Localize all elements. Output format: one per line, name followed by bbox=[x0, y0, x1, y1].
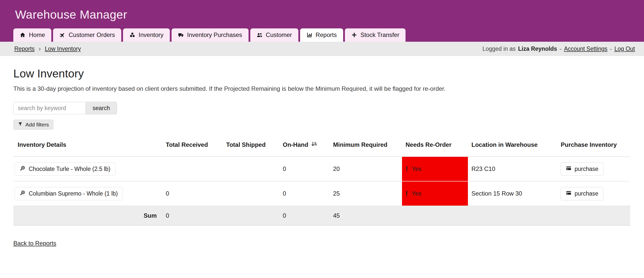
cell-total-shipped bbox=[223, 157, 279, 181]
breadcrumb: Reports › Low Inventory bbox=[14, 45, 81, 53]
tab-label: Inventory Purchases bbox=[187, 31, 242, 38]
tab-label: Customer Orders bbox=[69, 31, 115, 38]
low-inventory-table: Inventory Details Total Received Total S… bbox=[13, 136, 630, 226]
tab-stock-transfer[interactable]: Stock Transfer bbox=[345, 28, 406, 42]
cell-on-hand: 0 bbox=[279, 157, 330, 181]
sum-total-shipped bbox=[223, 206, 279, 225]
add-filters-button[interactable]: Add filters bbox=[13, 120, 53, 130]
home-icon bbox=[20, 32, 26, 38]
separator-dash: - bbox=[610, 45, 612, 52]
chevron-right-icon: › bbox=[39, 45, 41, 53]
sum-label: Sum bbox=[13, 206, 162, 225]
exclamation-icon: ! bbox=[406, 190, 408, 197]
column-header-location[interactable]: Location in Warehouse bbox=[468, 136, 557, 157]
breadcrumb-low-inventory-link[interactable]: Low Inventory bbox=[45, 45, 81, 52]
cell-location: Section 15 Row 30 bbox=[468, 181, 557, 206]
column-header-inventory-details[interactable]: Inventory Details bbox=[13, 136, 162, 157]
page-title: Low Inventory bbox=[13, 67, 631, 80]
tab-customer-orders[interactable]: Customer Orders bbox=[53, 28, 121, 42]
tab-label: Home bbox=[29, 31, 45, 38]
purchase-button[interactable]: purchase bbox=[561, 162, 603, 176]
footer-links: Back to Reports bbox=[13, 240, 631, 247]
sum-row: Sum 0 0 45 bbox=[13, 206, 630, 225]
plus-icon bbox=[351, 32, 357, 38]
bar-chart-icon bbox=[306, 32, 312, 38]
search-plus-icon bbox=[20, 165, 25, 173]
inventory-item-button[interactable]: Columbian Supremo - Whole (1 lb) bbox=[15, 187, 123, 200]
tab-customer[interactable]: Customer bbox=[250, 28, 298, 42]
tab-inventory-purchases[interactable]: Inventory Purchases bbox=[172, 28, 249, 42]
tab-label: Customer bbox=[266, 31, 292, 38]
purchase-button[interactable]: purchase bbox=[561, 187, 603, 200]
sum-minimum-required: 45 bbox=[330, 206, 402, 225]
table-header-row: Inventory Details Total Received Total S… bbox=[13, 136, 630, 157]
needs-reorder-alert-cell: ! Yes bbox=[402, 181, 468, 206]
column-header-needs-reorder[interactable]: Needs Re-Order bbox=[402, 136, 468, 157]
logged-in-prefix: Logged in as bbox=[482, 45, 516, 52]
needs-reorder-value: Yes bbox=[412, 190, 421, 197]
column-header-on-hand[interactable]: On-Hand bbox=[279, 136, 330, 157]
sort-descending-icon bbox=[311, 141, 317, 149]
separator-dash: - bbox=[559, 45, 561, 52]
cell-on-hand: 0 bbox=[279, 181, 330, 206]
cell-total-shipped bbox=[223, 181, 279, 206]
column-header-total-shipped[interactable]: Total Shipped bbox=[223, 136, 279, 157]
column-header-minimum-required[interactable]: Minimum Required bbox=[330, 136, 402, 157]
filter-icon bbox=[18, 122, 23, 128]
cell-minimum-required: 20 bbox=[330, 157, 402, 181]
app-title: Warehouse Manager bbox=[15, 8, 127, 21]
column-header-on-hand-label: On-Hand bbox=[283, 141, 308, 148]
truck-icon bbox=[178, 32, 184, 38]
tab-label: Stock Transfer bbox=[360, 31, 399, 38]
breadcrumb-reports-link[interactable]: Reports bbox=[14, 45, 35, 52]
purchase-label: purchase bbox=[575, 166, 598, 172]
main-nav: Home Customer Orders Inventory Inventory… bbox=[13, 28, 406, 42]
table-row: Columbian Supremo - Whole (1 lb) 0 0 25 … bbox=[13, 181, 630, 206]
search-input[interactable] bbox=[13, 102, 86, 114]
sum-on-hand: 0 bbox=[279, 206, 330, 225]
tab-reports[interactable]: Reports bbox=[300, 28, 343, 42]
tab-label: Inventory bbox=[139, 31, 164, 38]
session-info: Logged in as Liza Reynolds - Account Set… bbox=[482, 45, 635, 52]
exclamation-icon: ! bbox=[406, 165, 408, 172]
breadcrumb-bar: Reports › Low Inventory Logged in as Liz… bbox=[0, 42, 644, 56]
needs-reorder-alert-cell: ! Yes bbox=[402, 157, 468, 181]
purchase-label: purchase bbox=[575, 190, 598, 197]
needs-reorder-value: Yes bbox=[412, 165, 421, 172]
search-group: search bbox=[13, 102, 631, 114]
log-out-link[interactable]: Log Out bbox=[614, 45, 635, 52]
search-plus-icon bbox=[20, 190, 25, 197]
column-header-total-received[interactable]: Total Received bbox=[162, 136, 223, 157]
cell-total-received bbox=[162, 157, 223, 181]
cell-minimum-required: 25 bbox=[330, 181, 402, 206]
cubes-icon bbox=[129, 32, 135, 38]
add-filters-label: Add filters bbox=[25, 122, 49, 128]
main-content: Low Inventory This is a 30-day projectio… bbox=[0, 67, 644, 247]
tab-inventory[interactable]: Inventory bbox=[123, 28, 170, 42]
cell-location: R23 C10 bbox=[468, 157, 557, 181]
cell-total-received: 0 bbox=[162, 181, 223, 206]
account-settings-link[interactable]: Account Settings bbox=[564, 45, 608, 52]
credit-card-icon bbox=[566, 165, 572, 173]
users-icon bbox=[257, 32, 263, 38]
page-description: This is a 30-day projection of inventory… bbox=[13, 85, 631, 92]
tab-home[interactable]: Home bbox=[13, 28, 51, 42]
column-header-purchase[interactable]: Purchase Inventory bbox=[557, 136, 630, 157]
credit-card-icon bbox=[566, 190, 572, 197]
inventory-item-label: Chocolate Turle - Whole (2.5 lb) bbox=[29, 166, 110, 172]
search-button[interactable]: search bbox=[86, 102, 117, 114]
tab-label: Reports bbox=[316, 31, 337, 38]
back-to-reports-link[interactable]: Back to Reports bbox=[13, 240, 56, 247]
inventory-item-label: Columbian Supremo - Whole (1 lb) bbox=[29, 190, 118, 197]
plane-icon bbox=[59, 32, 65, 38]
table-row: Chocolate Turle - Whole (2.5 lb) 0 20 ! … bbox=[13, 157, 630, 181]
sum-total-received: 0 bbox=[162, 206, 223, 225]
app-header: Warehouse Manager Home Customer Orders I… bbox=[0, 0, 644, 42]
inventory-item-button[interactable]: Chocolate Turle - Whole (2.5 lb) bbox=[15, 162, 115, 176]
user-name: Liza Reynolds bbox=[518, 45, 557, 52]
